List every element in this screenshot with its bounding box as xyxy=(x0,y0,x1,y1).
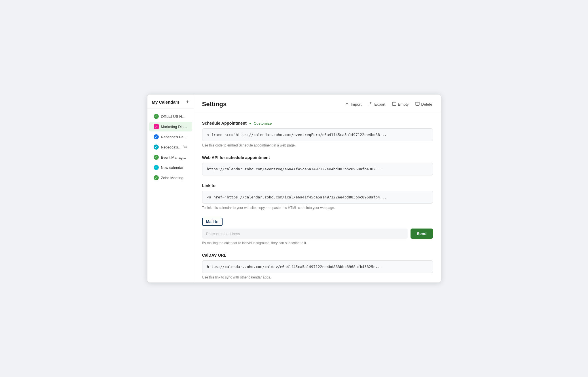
cal-dot-event-manage: ✓ xyxy=(154,155,159,160)
web-api-code[interactable]: https://calendar.zoho.com/eventreq/e6a41… xyxy=(202,163,433,175)
caldav-hint: Use this link to sync with other calenda… xyxy=(202,275,433,279)
main-header: Settings Import xyxy=(194,95,441,113)
caldav-code[interactable]: https://calendar.zoho.com/caldav/e6a41f4… xyxy=(202,260,433,273)
cal-dot-rebecca-pers: ✓ xyxy=(154,134,159,139)
sidebar-item-event-manage[interactable]: ✓ Event Manage... xyxy=(149,152,192,162)
cal-dot-rebecca-official: ✓ xyxy=(154,144,159,150)
delete-icon xyxy=(415,101,420,107)
sidebar-item-label-rebecca-pers: Rebecca's Pers... xyxy=(161,135,188,139)
customize-link[interactable]: Customize xyxy=(254,121,272,125)
sidebar-title: My Calendars xyxy=(152,100,180,104)
cal-dot-official-us: ✓ xyxy=(154,114,159,119)
sidebar-header: My Calendars + xyxy=(147,99,194,108)
mail-to-label: Mail to xyxy=(202,218,223,226)
empty-label: Empty xyxy=(398,102,409,106)
link-to-title: Link to xyxy=(202,183,433,188)
main-content: Settings Import xyxy=(194,95,441,282)
sidebar-item-marketing-disc[interactable]: ✓ Marketing Disc... xyxy=(149,122,192,131)
link-to-hint: To link this calendar to your website, c… xyxy=(202,206,433,210)
schedule-appointment-code[interactable]: <iframe src="https://calendar.zoho.com/e… xyxy=(202,128,433,141)
eye-hidden-icon xyxy=(183,145,188,149)
email-input[interactable] xyxy=(202,229,408,239)
export-icon xyxy=(368,101,373,107)
cal-dot-marketing-disc: ✓ xyxy=(154,124,159,129)
sidebar-item-label-zoho-meeting: Zoho Meeting xyxy=(161,176,188,180)
mail-to-section: Mail to Send By mailing the calendar to … xyxy=(202,218,433,245)
sidebar-item-official-us[interactable]: ✓ Official US Holi... xyxy=(149,112,192,121)
schedule-appointment-hint: Use this code to embed Schedule appointm… xyxy=(202,143,433,147)
svg-rect-3 xyxy=(416,102,420,105)
delete-button[interactable]: Delete xyxy=(415,100,433,108)
cal-dot-new-calendar: ✓ xyxy=(154,165,159,170)
content-body: Schedule Appointment Customize <iframe s… xyxy=(194,113,441,282)
web-api-title: Web API for schedule appointment xyxy=(202,155,433,160)
mail-to-row: Send xyxy=(202,229,433,239)
header-actions: Import Export xyxy=(344,100,433,108)
sidebar-item-zoho-meeting[interactable]: ✓ Zoho Meeting xyxy=(149,173,192,183)
mail-to-hint: By mailing the calendar to individuals/g… xyxy=(202,241,433,245)
svg-rect-2 xyxy=(392,102,396,105)
sidebar-list: ✓ Official US Holi... ✓ Marketing Disc..… xyxy=(147,111,194,183)
web-api-section: Web API for schedule appointment https:/… xyxy=(202,155,433,175)
delete-label: Delete xyxy=(421,102,432,106)
dot-separator xyxy=(249,123,251,124)
link-to-code[interactable]: <a href="https://calendar.zoho.com/ical/… xyxy=(202,191,433,204)
link-to-section: Link to <a href="https://calendar.zoho.c… xyxy=(202,183,433,210)
page-title: Settings xyxy=(202,100,227,108)
send-button[interactable]: Send xyxy=(411,229,433,239)
app-container: My Calendars + ✓ Official US Holi... ✓ M… xyxy=(147,94,441,283)
svg-rect-0 xyxy=(345,105,349,105)
empty-icon xyxy=(392,101,396,107)
sidebar-item-label-event-manage: Event Manage... xyxy=(161,155,188,160)
export-label: Export xyxy=(374,102,385,106)
import-label: Import xyxy=(351,102,361,106)
add-calendar-button[interactable]: + xyxy=(186,99,189,105)
import-icon xyxy=(345,101,349,107)
sidebar-item-label-rebecca-official: Rebecca's official xyxy=(161,145,182,149)
sidebar-item-rebecca-pers[interactable]: ✓ Rebecca's Pers... xyxy=(149,132,192,142)
empty-button[interactable]: Empty xyxy=(392,100,409,108)
sidebar-item-rebecca-official[interactable]: ✓ Rebecca's official xyxy=(149,142,192,152)
import-button[interactable]: Import xyxy=(344,100,362,108)
schedule-appointment-section: Schedule Appointment Customize <iframe s… xyxy=(202,121,433,147)
sidebar-item-label-new-calendar: New calendar xyxy=(161,166,188,170)
caldav-section: CalDAV URL https://calendar.zoho.com/cal… xyxy=(202,253,433,279)
caldav-title: CalDAV URL xyxy=(202,253,433,257)
svg-rect-1 xyxy=(369,105,373,105)
sidebar-item-label-official-us: Official US Holi... xyxy=(161,114,188,119)
sidebar-item-new-calendar[interactable]: ✓ New calendar xyxy=(149,163,192,172)
export-button[interactable]: Export xyxy=(368,100,386,108)
sidebar-item-label-marketing-disc: Marketing Disc... xyxy=(161,125,188,129)
cal-dot-zoho-meeting: ✓ xyxy=(154,175,159,180)
schedule-appointment-title: Schedule Appointment Customize xyxy=(202,121,433,125)
sidebar: My Calendars + ✓ Official US Holi... ✓ M… xyxy=(147,95,194,282)
